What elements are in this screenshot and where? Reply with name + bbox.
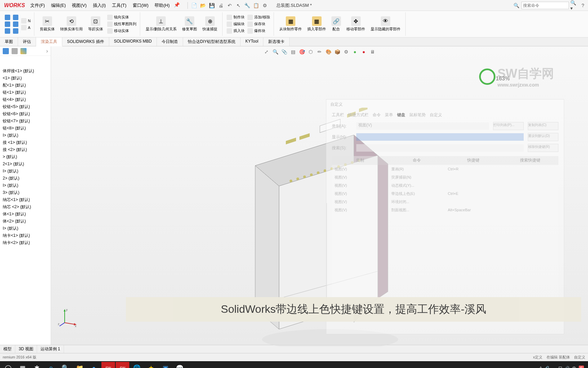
sogou-icon[interactable]: S bbox=[579, 366, 584, 368]
tree-item[interactable]: 3> (默认) bbox=[0, 189, 51, 196]
select-icon[interactable]: ↖ bbox=[235, 2, 242, 9]
show-hidden-btn[interactable]: 👁显示隐藏的零部件 bbox=[368, 16, 403, 32]
tree-item[interactable]: 配<1> (默认) bbox=[0, 82, 51, 89]
tree-item[interactable]: 体焊接<1> (默认) bbox=[0, 67, 51, 75]
tree-item[interactable]: 体<1> (默认) bbox=[0, 211, 51, 218]
sketch-point-btn[interactable] bbox=[12, 28, 20, 34]
cmd-tab-3[interactable]: SOLIDWORKS 插件 bbox=[62, 37, 109, 46]
move-comp-btn[interactable]: ✥移动零部件 bbox=[344, 16, 368, 32]
render2-icon[interactable]: ● bbox=[360, 48, 367, 55]
section-icon[interactable]: ▤ bbox=[290, 48, 296, 55]
sketch-circle-btn[interactable] bbox=[3, 28, 12, 34]
save-block-btn[interactable]: 保存块 bbox=[246, 21, 272, 27]
shortcut-row[interactable]: 视图(V)环境封闭... bbox=[332, 198, 558, 206]
view-orient-icon[interactable]: 🎯 bbox=[298, 48, 305, 55]
cmd-tab-1[interactable]: 评估 bbox=[18, 37, 36, 46]
sketch-rect-btn[interactable] bbox=[3, 21, 12, 27]
tree-icon-assembly[interactable] bbox=[3, 48, 9, 54]
new-icon[interactable]: 📄 bbox=[191, 2, 198, 9]
print-icon[interactable]: 🖨 bbox=[217, 2, 225, 9]
tray-up-icon[interactable]: ^ bbox=[540, 366, 541, 368]
tree-item[interactable]: 链<4> (默认) bbox=[0, 96, 51, 103]
menu-window[interactable]: 窗口(W) bbox=[130, 1, 151, 10]
move-btn[interactable]: 移动实体 bbox=[106, 28, 138, 34]
sw2016-icon[interactable]: SW bbox=[116, 362, 129, 368]
copy-list-btn[interactable]: 复制列表(C) bbox=[528, 122, 558, 130]
zoom-fit-icon[interactable]: ⤢ bbox=[263, 48, 270, 55]
tree-item[interactable]: 2> (默认) bbox=[0, 175, 51, 182]
task-view-icon[interactable]: ▦ bbox=[16, 362, 29, 368]
wechat-icon[interactable]: 💬 bbox=[173, 362, 186, 368]
shortcut-row[interactable]: 视图(V)重画(R)Ctrl+R bbox=[332, 165, 558, 173]
cmd-tab-5[interactable]: 今日制造 bbox=[157, 37, 183, 46]
save-icon[interactable]: 💾 bbox=[208, 2, 216, 9]
search-dropdown-icon[interactable]: 🔍▾ bbox=[570, 2, 578, 9]
tree-item[interactable]: > (默认) bbox=[0, 153, 51, 160]
repair-btn[interactable]: 🔧修复草图 bbox=[179, 16, 200, 32]
help-icon[interactable]: ? bbox=[579, 2, 587, 9]
render-icon[interactable]: ● bbox=[352, 48, 358, 55]
tree-item[interactable]: I> (默认) bbox=[0, 225, 51, 232]
tray-shield-icon[interactable]: 🛡 bbox=[558, 366, 562, 368]
menu-edit[interactable]: 编辑(E) bbox=[48, 1, 68, 10]
tree-item[interactable]: 纳卡<1> (默认) bbox=[0, 232, 51, 239]
tray-net-icon[interactable]: 🔗 bbox=[544, 366, 549, 368]
menu-insert[interactable]: 插入(I) bbox=[90, 1, 109, 10]
app2-icon[interactable]: ● bbox=[87, 362, 101, 368]
menu-tools[interactable]: 工具(T) bbox=[109, 1, 129, 10]
menu-file[interactable]: 文件(F) bbox=[28, 1, 48, 10]
sketch-slot-btn[interactable]: N bbox=[20, 18, 32, 24]
motion-tab[interactable]: 运动算例 1 bbox=[37, 345, 64, 353]
tray-cloud-icon[interactable]: ☁ bbox=[552, 366, 556, 368]
explode-block-btn[interactable]: 爆炸块 bbox=[246, 28, 272, 34]
edit-block-btn[interactable]: 编辑块 bbox=[225, 21, 246, 27]
app4-icon[interactable]: ▬ bbox=[187, 362, 201, 368]
tree-item[interactable]: 体<2> (默认) bbox=[0, 218, 51, 225]
sketch-arc-btn[interactable] bbox=[12, 14, 20, 20]
tree-icon-display[interactable] bbox=[20, 48, 27, 54]
cmd-tab-6[interactable]: 怡合达DIY铝型材选型系统 bbox=[183, 37, 241, 46]
insert-block-btn[interactable]: 插入块 bbox=[225, 28, 246, 34]
tree-item[interactable]: 铰链<5> (默认) bbox=[0, 103, 51, 110]
gear-icon[interactable]: ⚙ bbox=[261, 2, 269, 9]
remove-shortcut-btn[interactable]: 移除快捷键(R) bbox=[528, 144, 558, 152]
apply-scene-icon[interactable]: 📦 bbox=[334, 48, 341, 55]
make-block-btn[interactable]: 制作块 bbox=[225, 14, 246, 20]
app3-icon[interactable]: ▣ bbox=[159, 362, 172, 368]
rebuild-icon[interactable]: 🔧 bbox=[244, 2, 251, 9]
tree-item[interactable]: I> (默认) bbox=[0, 132, 51, 139]
tree-item[interactable]: 纳芯 <2> (默认) bbox=[0, 203, 51, 211]
view-settings-icon[interactable]: ⚙ bbox=[343, 48, 349, 55]
sketch-spline-btn[interactable] bbox=[12, 21, 20, 27]
ime-indicator[interactable]: 中 bbox=[572, 366, 576, 368]
tree-item[interactable]: 接 <1> (默认) bbox=[0, 139, 51, 146]
reset-btn[interactable]: 重设到默认(D) bbox=[528, 133, 558, 141]
tree-item[interactable]: I> (默认) bbox=[0, 182, 51, 189]
convert-btn[interactable]: ⟲转换实体引用 bbox=[58, 16, 85, 32]
shortcut-row[interactable]: 视图(V)带边线上色(E)Ctrl+E bbox=[332, 189, 558, 198]
tree-item[interactable]: 接 <2> (默认) bbox=[0, 146, 51, 153]
explorer-icon[interactable]: 📁 bbox=[73, 362, 86, 368]
start-button[interactable]: ◯ bbox=[1, 362, 15, 368]
feature-tree[interactable]: 体焊接<1> (默认)<1> (默认)配<1> (默认)链<1> (默认)链<4… bbox=[0, 66, 51, 248]
menu-view[interactable]: 视图(V) bbox=[69, 1, 89, 10]
addremove-block-btn[interactable]: 添加/移除 bbox=[246, 14, 272, 20]
prev-view-icon[interactable]: 📎 bbox=[281, 48, 288, 55]
pattern-btn[interactable]: 线性草图阵列 bbox=[106, 21, 138, 27]
tree-item[interactable]: 纳芯<1> (默认) bbox=[0, 196, 51, 203]
cmd-tab-7[interactable]: KYTool bbox=[241, 37, 263, 46]
3dview-tab[interactable]: 3D 视图 bbox=[15, 345, 37, 353]
search-task-icon[interactable]: 🔍 bbox=[59, 362, 72, 368]
open-icon[interactable]: 📂 bbox=[199, 2, 207, 9]
tray-vol-icon[interactable]: 🔊 bbox=[565, 366, 570, 368]
zoom-area-icon[interactable]: 🔍 bbox=[272, 48, 279, 55]
print-list-btn[interactable]: 打印列表(P)... bbox=[493, 122, 524, 130]
relations-btn[interactable]: ⊥显示/删除几何关系 bbox=[143, 16, 179, 32]
model-tab[interactable]: 模型 bbox=[0, 345, 15, 353]
tree-item[interactable]: 链<8> (默认) bbox=[0, 125, 51, 132]
cmd-tab-2[interactable]: 渲染工具 bbox=[36, 37, 62, 46]
system-tray[interactable]: ^ 🔗 ☁ 🛡 🔊 中 S bbox=[540, 366, 587, 368]
sw2020-icon[interactable]: SW bbox=[101, 362, 115, 368]
tree-item[interactable]: I> (默认) bbox=[0, 168, 51, 175]
app-icon[interactable]: ✱ bbox=[30, 362, 44, 368]
